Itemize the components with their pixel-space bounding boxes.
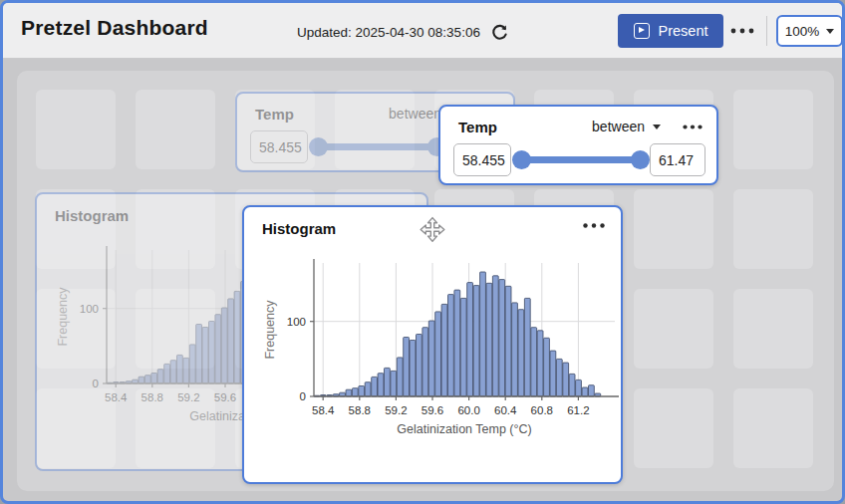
histogram-bar [492,276,498,396]
divider [766,16,767,46]
operator-value: between [592,119,645,134]
histogram-bar [151,374,157,384]
histogram-bar [505,286,511,396]
histogram-bar [563,363,569,396]
histogram-bar [372,377,378,396]
x-tick-label: 61.2 [567,404,589,416]
y-tick-label: 100 [80,303,99,315]
refresh-icon[interactable] [489,21,511,43]
more-menu-icon[interactable] [729,23,755,39]
temp-card-title: Temp [255,106,294,123]
zoom-level-value: 100% [785,24,820,39]
present-button[interactable]: Present [618,14,723,48]
x-tick-label: 60.8 [531,404,553,416]
histogram-bar [569,374,575,396]
histogram-bar [512,303,518,396]
histogram-bar [139,377,144,383]
y-tick-label: 0 [300,390,306,402]
histogram-bar [144,376,150,383]
play-icon [634,23,650,39]
grid-placeholder-cell [634,388,713,468]
histogram-bar [397,358,403,396]
min-value-input [250,130,308,163]
histogram-bar [537,331,543,396]
histogram-card: Histogram 58.458.859.259.660.060.460.861… [242,205,623,484]
slider-fill [521,156,647,163]
x-tick-label: 60.4 [494,404,517,416]
histogram-bar [359,386,365,397]
y-axis-label: Frequency [56,287,70,347]
grid-placeholder-cell [733,289,813,369]
histogram-chart: 58.458.859.259.660.060.460.861.20100Gela… [244,251,625,486]
histogram-bar [170,361,176,383]
range-slider[interactable] [514,143,647,176]
y-tick-label: 100 [287,316,306,328]
slider-handle-min[interactable] [512,150,531,169]
histogram-bar [410,341,416,397]
temp-card-header: Temp between [458,117,703,136]
more-menu-icon[interactable] [583,223,605,228]
histogram-bar [215,315,221,383]
x-tick-label: 59.2 [177,391,199,403]
histogram-bar [467,283,473,396]
histogram-bar [454,290,460,396]
operator-dropdown[interactable]: between [592,119,661,134]
histogram-bar [582,387,588,396]
histogram-bar [435,312,441,396]
slider-fill [318,143,443,150]
histogram-bar [346,389,352,396]
grid-placeholder-cell [36,90,116,169]
updated-group: Updated: 2025-04-30 08:35:06 [297,21,511,43]
histogram-bar [385,368,391,396]
histogram-bar [556,359,562,396]
histogram-bar [473,286,479,396]
more-menu-icon[interactable] [683,125,703,129]
slider-handle-min [309,137,328,156]
page-title: Pretzel Dashboard [21,16,208,40]
grid-placeholder-cell [136,90,215,169]
histogram-bar [157,370,163,383]
histogram-bar [164,364,170,383]
grid-placeholder-cell [733,90,813,169]
grid-placeholder-cell [634,289,713,369]
x-tick-label: 58.8 [349,404,371,416]
y-axis-label: Frequency [263,300,277,360]
operator-value: between [389,106,441,122]
histogram-bar [518,310,524,396]
max-value-input[interactable] [650,143,705,176]
temp-card-controls [453,143,705,176]
histogram-bar [480,272,486,396]
histogram-bar [550,351,556,396]
x-tick-label: 59.6 [214,391,236,403]
histogram-bar [486,283,492,396]
histogram-bar [209,322,215,384]
histogram-bar [576,379,582,396]
min-value-input[interactable] [453,143,511,176]
grid-placeholder-cell [634,189,713,269]
grid-placeholder-cell [733,388,813,468]
histogram-card-title: Histogram [262,220,336,237]
zoom-level-dropdown[interactable]: 100% [776,15,843,47]
x-axis-label: Gelatinization Temp (°C) [397,422,531,436]
histogram-bar [228,299,234,383]
histogram-bar [524,298,530,396]
histogram-bar [202,328,208,384]
move-drag-icon[interactable] [419,216,446,244]
histogram-bar [391,371,397,396]
histogram-bar [183,358,189,383]
histogram-bar [428,321,434,396]
histogram-card-title: Histogram [55,207,129,224]
x-tick-label: 59.6 [422,404,443,416]
header: Pretzel Dashboard Updated: 2025-04-30 08… [3,3,842,59]
chevron-down-icon [826,29,834,34]
y-tick-label: 0 [93,378,99,389]
slider-handle-max[interactable] [631,150,650,169]
histogram-bar [234,291,240,383]
histogram-bar [221,308,227,383]
histogram-bar [378,374,384,396]
present-label: Present [659,23,708,39]
x-tick-label: 58.4 [312,404,335,416]
x-tick-label: 58.8 [141,391,163,403]
updated-timestamp: Updated: 2025-04-30 08:35:06 [297,25,480,40]
histogram-bar [499,280,505,396]
